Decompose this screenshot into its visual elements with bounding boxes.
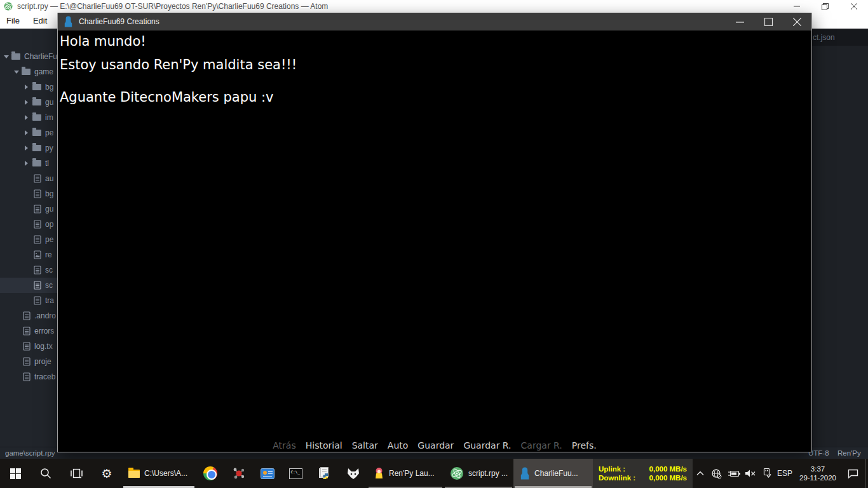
taskbar-button-charliefuu-active[interactable]: CharlieFuu...: [513, 459, 593, 488]
tree-item-file[interactable]: .andro: [0, 308, 57, 323]
atom-taskbar-icon: [450, 466, 464, 480]
notification-bubble-icon: [848, 468, 858, 478]
atom-restore-button[interactable]: [811, 0, 839, 13]
quickmenu-skip[interactable]: Saltar: [352, 440, 378, 451]
atom-logo-icon: [4, 2, 13, 11]
tree-item-file[interactable]: au: [0, 171, 57, 186]
tree-item-file-selected[interactable]: sc: [0, 278, 57, 293]
quickmenu-quickload: Cargar R.: [521, 440, 562, 451]
chevron-right-icon: [25, 161, 32, 166]
clock-time: 3:37: [811, 464, 825, 473]
command-prompt-icon: C:\_: [289, 468, 302, 479]
file-icon: [34, 205, 41, 214]
tree-item-file[interactable]: errors: [0, 323, 57, 339]
tree-item-folder[interactable]: gu: [0, 95, 57, 110]
file-icon: [23, 372, 31, 381]
show-desktop-button[interactable]: [865, 459, 868, 488]
renpy-launcher-icon: [374, 467, 384, 480]
folder-icon: [32, 84, 41, 90]
tree-item-folder[interactable]: im: [0, 110, 57, 125]
status-grammar[interactable]: Ren'Py: [837, 449, 861, 457]
clock-date: 29-11-2020: [799, 473, 836, 482]
tree-item-file[interactable]: tra: [0, 293, 57, 308]
tree-item-image-file[interactable]: re: [0, 247, 57, 262]
tree-item-file[interactable]: pe: [0, 232, 57, 247]
renpy-button-label: Ren'Py Lau...: [389, 469, 435, 478]
taskbar-pin-chrome[interactable]: [196, 459, 224, 488]
menu-edit[interactable]: Edit: [33, 16, 47, 25]
game-content[interactable]: Hola mundo! Estoy usando Ren'Py maldita …: [58, 30, 811, 452]
explorer-button-label: C:\Users\A...: [144, 469, 187, 478]
quickmenu-auto[interactable]: Auto: [388, 440, 409, 451]
folder-icon: [32, 145, 41, 151]
chevron-right-icon: [25, 85, 32, 90]
quickmenu-save[interactable]: Guardar: [417, 440, 454, 451]
taskbar-button-atom-script[interactable]: script.rpy ...: [444, 459, 513, 488]
downlink-label: Downlink :: [599, 474, 635, 482]
dialogue-line: Estoy usando Ren'Py maldita sea!!!: [60, 57, 297, 72]
quickmenu-prefs[interactable]: Prefs.: [572, 440, 597, 451]
quickmenu-history[interactable]: Historial: [306, 440, 342, 451]
taskbar-pin-molecule-app[interactable]: [224, 459, 253, 488]
game-maximize-button[interactable]: [754, 13, 783, 30]
atom-minimize-button[interactable]: [782, 0, 811, 13]
tree-item-file[interactable]: op: [0, 217, 57, 232]
tree-item-file[interactable]: traceb: [0, 369, 57, 384]
atom-window-title: script.rpy — E:\@CharlieFuu69 OT-SUR\Pro…: [17, 2, 328, 11]
taskbar-pin-system-app[interactable]: [253, 459, 281, 488]
taskbar-button-renpy-launcher[interactable]: Ren'Py Lau...: [367, 459, 444, 488]
menu-file[interactable]: File: [6, 16, 20, 25]
game-close-button[interactable]: [783, 13, 811, 30]
renpy-game-window: CharlieFuu69 Creations Hola mundo! Estoy…: [57, 13, 812, 452]
taskbar-button-explorer[interactable]: C:\Users\A...: [122, 459, 196, 488]
tab-project-json[interactable]: ct.json: [811, 33, 835, 42]
taskbar-pin-cmd[interactable]: C:\_: [281, 459, 310, 488]
file-icon: [34, 174, 41, 183]
molecule-icon: [233, 467, 245, 480]
status-file-path[interactable]: game\script.rpy: [5, 449, 55, 457]
task-view-button[interactable]: [61, 459, 92, 488]
tree-item-file[interactable]: sc: [0, 262, 57, 278]
tray-chevron-button[interactable]: [693, 459, 708, 488]
gear-icon: ⚙: [101, 466, 112, 481]
settings-button[interactable]: ⚙: [92, 459, 122, 488]
tray-battery-button[interactable]: [725, 459, 742, 488]
game-titlebar[interactable]: CharlieFuu69 Creations: [58, 13, 811, 30]
tray-volume-button[interactable]: [742, 459, 759, 488]
tree-item-folder[interactable]: py: [0, 140, 57, 156]
tree-item-file[interactable]: bg: [0, 186, 57, 201]
renpy-app-icon: [64, 16, 73, 27]
folder-icon: [11, 53, 20, 60]
tree-item-game[interactable]: game: [0, 64, 57, 79]
chevron-down-icon: [14, 71, 22, 74]
start-button[interactable]: [0, 459, 31, 488]
usb-eject-icon: [762, 468, 771, 478]
action-center-button[interactable]: [841, 459, 865, 488]
tray-network-button[interactable]: [708, 459, 725, 488]
taskbar-pin-fox-app[interactable]: [339, 459, 367, 488]
quickmenu-quicksave[interactable]: Guardar R.: [463, 440, 511, 451]
netspeed-monitor[interactable]: Uplink : 0,000 MB/s Downlink : 0,000 MB/…: [593, 459, 693, 488]
tree-item-folder[interactable]: pe: [0, 125, 57, 140]
tray-language-indicator[interactable]: ESP: [775, 459, 795, 488]
dialogue-line: Aguante DitecnoMakers papu :v: [60, 90, 273, 105]
taskbar: ⚙ C:\Users\A... C:\_: [0, 459, 868, 488]
tree-item-folder[interactable]: tl: [0, 156, 57, 171]
game-minimize-button[interactable]: [726, 13, 754, 30]
tree-item-file[interactable]: gu: [0, 201, 57, 217]
taskbar-pin-python-file[interactable]: [310, 459, 339, 488]
search-button[interactable]: [31, 459, 61, 488]
speaker-mute-icon: [745, 469, 756, 478]
tray-clock[interactable]: 3:37 29-11-2020: [795, 459, 841, 488]
windows-logo-icon: [10, 468, 21, 479]
tree-item-file[interactable]: log.tx: [0, 339, 57, 354]
tray-usb-button[interactable]: [759, 459, 775, 488]
atom-tab-bar: ct.json: [811, 29, 868, 46]
dialogue-line: Hola mundo!: [60, 34, 146, 49]
task-view-icon: [71, 468, 83, 478]
tree-item-project-root[interactable]: CharlieFu: [0, 49, 57, 64]
system-window-icon: [261, 468, 275, 479]
atom-close-button[interactable]: [839, 0, 868, 13]
tree-item-folder[interactable]: bg: [0, 79, 57, 95]
tree-item-file[interactable]: proje: [0, 354, 57, 369]
